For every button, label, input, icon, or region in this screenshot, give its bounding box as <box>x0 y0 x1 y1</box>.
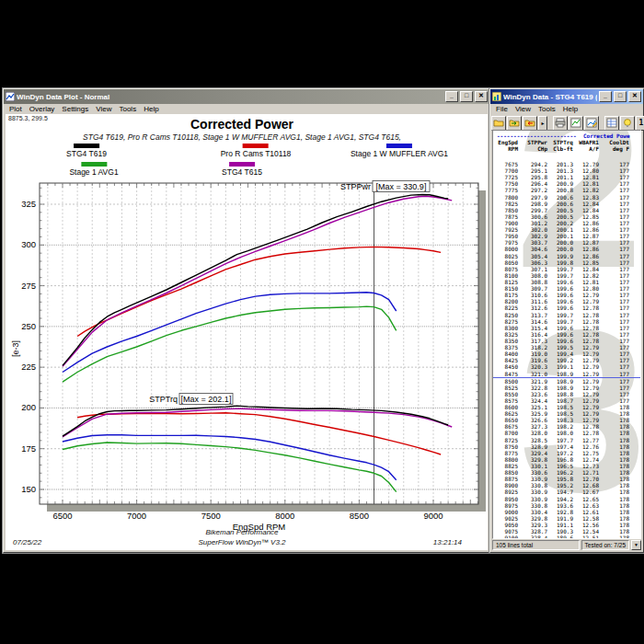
plot-window-titlebar[interactable]: WinDyn Data Plot - Normal _ □ ✕ <box>4 89 489 104</box>
open-folder-icon[interactable] <box>491 116 506 131</box>
table-row[interactable]: 8150309.7199.612.80177 <box>493 285 640 292</box>
table-row[interactable]: 7850299.7200.512.84177 <box>493 207 640 213</box>
table-row[interactable]: 7875300.6200.512.85177 <box>493 213 640 220</box>
table-row[interactable]: 9000330.4192.812.61178 <box>493 509 640 515</box>
table-row[interactable]: 8750328.9197.412.76178 <box>493 443 640 450</box>
cell: 318.2 <box>518 344 547 351</box>
power-torque-plot[interactable]: STPPwr [Max = 330.9]STPTrq [Max = 202.1]… <box>6 114 486 550</box>
table-row[interactable]: 8850330.6196.212.71178 <box>493 469 640 476</box>
export-folder-icon[interactable] <box>523 116 537 131</box>
table-row[interactable]: 8575324.4198.712.79177 <box>493 397 640 404</box>
close-button[interactable]: ✕ <box>475 91 488 102</box>
table-row[interactable]: 8625325.9198.512.79178 <box>493 410 640 417</box>
table-row[interactable]: 8525322.8198.912.79177 <box>493 385 640 391</box>
cell: 330.6 <box>518 469 547 476</box>
table-row[interactable]: 7800297.9200.612.83177 <box>493 194 640 201</box>
menu-item-overlay[interactable]: Overlay <box>26 105 59 113</box>
table-row[interactable]: 8475321.0198.912.79177 <box>493 371 640 378</box>
table-row[interactable]: 7925302.0200.112.86177 <box>493 226 640 233</box>
table-row[interactable]: 8275314.6199.712.78177 <box>493 318 640 325</box>
table-row[interactable]: 8075307.1199.712.84177 <box>493 266 640 272</box>
menu-item-tools[interactable]: Tools <box>115 105 140 113</box>
table-row[interactable]: 7825298.9200.612.84177 <box>493 201 640 207</box>
table-row[interactable]: 8350317.3199.612.78177 <box>493 338 640 344</box>
table-row[interactable]: 8500321.9198.912.79177 <box>493 378 640 385</box>
table-row[interactable]: 8425319.6199.212.79177 <box>493 357 640 363</box>
menu-item-file[interactable]: File <box>492 105 512 113</box>
menu-item-plot[interactable]: Plot <box>6 105 26 113</box>
table-row[interactable]: 8700328.0198.012.78178 <box>493 430 640 436</box>
table-row[interactable]: 8900330.8195.212.68178 <box>493 482 640 489</box>
table-row[interactable]: 9050329.3191.112.56178 <box>493 522 640 528</box>
table-row[interactable]: 9100328.4189.612.51178 <box>493 535 640 539</box>
maximize-button[interactable]: □ <box>614 91 627 102</box>
data-window-titlebar[interactable]: WinDyn Data - STG4 T619 (C:\windyn\XCons… <box>490 89 643 104</box>
table-row[interactable]: 7900301.2200.212.86177 <box>493 220 640 226</box>
table-row[interactable]: 8925330.9194.712.67178 <box>493 489 640 495</box>
table-row[interactable]: 8325316.4199.612.78177 <box>493 331 640 338</box>
table-row[interactable]: 8200311.6199.612.79177 <box>493 298 640 305</box>
table-row[interactable]: 7675294.2201.312.79177 <box>493 161 640 167</box>
table-row[interactable]: 8300315.4199.612.78177 <box>493 325 640 331</box>
cell: 177 <box>599 344 629 351</box>
cell: 8425 <box>493 357 518 363</box>
table-row[interactable]: 8400319.0199.412.79177 <box>493 351 640 357</box>
data-table-icon[interactable] <box>604 116 619 131</box>
table-row[interactable]: 7975303.7200.012.87177 <box>493 239 640 246</box>
table-row[interactable]: 8600325.1198.512.79178 <box>493 404 640 410</box>
cell: 178 <box>599 450 629 456</box>
cell: 8900 <box>493 482 518 489</box>
table-row[interactable]: 9025329.8191.912.58178 <box>493 515 640 522</box>
table-row[interactable]: 8550323.6198.812.79177 <box>493 391 640 397</box>
table-row[interactable]: 8225312.6199.612.78177 <box>493 305 640 311</box>
page-button-1[interactable]: 1 <box>636 116 644 131</box>
table-row[interactable]: 8250313.7199.712.78177 <box>493 312 640 318</box>
table-row[interactable]: 7700295.1201.312.80177 <box>493 167 640 174</box>
table-row[interactable]: 8375318.2199.512.79177 <box>493 344 640 351</box>
menu-item-help[interactable]: Help <box>140 105 162 113</box>
minimize-button[interactable]: _ <box>599 91 612 102</box>
minimize-button[interactable]: _ <box>445 91 458 102</box>
cell: 311.6 <box>518 298 547 305</box>
file-dropdown-arrow-icon[interactable]: ▸ <box>538 116 547 131</box>
cell: 8025 <box>493 253 518 259</box>
table-row[interactable]: 8050306.3199.812.85177 <box>493 259 640 266</box>
menu-item-view[interactable]: View <box>512 105 535 113</box>
cell: 8475 <box>493 371 518 377</box>
import-folder-icon[interactable] <box>507 116 522 131</box>
table-row[interactable]: 8000304.6200.012.86177 <box>493 246 640 252</box>
table-row[interactable]: 8875330.9195.812.70178 <box>493 476 640 482</box>
cell: 12.79 <box>573 344 599 351</box>
plot-edit-icon[interactable] <box>584 116 599 131</box>
table-row[interactable]: 8825330.1196.512.73178 <box>493 463 640 469</box>
tested-on-dropdown-button[interactable]: ▼ <box>631 540 641 550</box>
maximize-button[interactable]: □ <box>460 91 473 102</box>
plot-green-icon[interactable] <box>569 116 583 131</box>
table-row[interactable]: 8650326.6198.312.79178 <box>493 417 640 423</box>
table-row[interactable]: 7775297.2200.812.82177 <box>493 187 640 193</box>
table-row[interactable]: 8775329.4197.212.75178 <box>493 450 640 456</box>
table-row[interactable]: 8675327.3198.212.78178 <box>493 423 640 430</box>
table-row[interactable]: 8975330.8193.612.63178 <box>493 502 640 509</box>
menu-item-view[interactable]: View <box>92 105 115 113</box>
menu-item-help[interactable]: Help <box>559 105 581 113</box>
menu-item-settings[interactable]: Settings <box>58 105 92 113</box>
table-row[interactable]: 7950302.9200.112.87177 <box>493 233 640 239</box>
table-row[interactable]: 8450320.3199.112.79177 <box>493 363 640 370</box>
table-row[interactable]: 7725295.8201.112.81177 <box>493 174 640 180</box>
table-row[interactable]: 9075328.7190.312.54178 <box>493 528 640 535</box>
menu-item-tools[interactable]: Tools <box>535 105 559 113</box>
close-button[interactable]: ✕ <box>628 91 641 102</box>
bulb-icon[interactable] <box>620 116 635 131</box>
table-row[interactable]: 8125308.8199.612.81177 <box>493 279 640 285</box>
table-row[interactable]: 8175310.6199.612.79177 <box>493 292 640 298</box>
table-row[interactable]: 7750296.4200.912.81177 <box>493 180 640 187</box>
table-row[interactable]: 8950330.9194.212.65178 <box>493 496 640 502</box>
print-icon[interactable] <box>553 116 568 131</box>
table-row[interactable]: 8800329.8196.812.74178 <box>493 456 640 463</box>
table-row[interactable]: 8725328.5197.712.77178 <box>493 437 640 443</box>
y-tick-label: 225 <box>21 362 36 372</box>
desktop: { "plot_window": { "title": "WinDyn Data… <box>0 0 644 644</box>
table-row[interactable]: 8025305.4199.912.86177 <box>493 253 640 259</box>
table-row[interactable]: 8100308.0199.712.82177 <box>493 272 640 279</box>
